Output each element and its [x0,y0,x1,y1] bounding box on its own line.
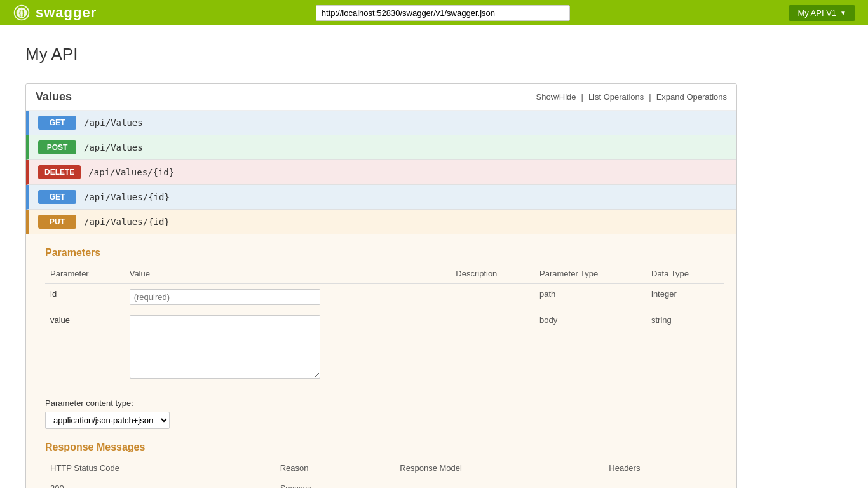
param-description-id [451,284,534,311]
col-header-parameter: Parameter [45,266,125,284]
method-badge-get-1: GET [38,116,76,130]
response-headers-200 [604,478,724,489]
endpoint-path-put: /api/Values/{id} [84,217,170,227]
response-col-reason: Reason [275,461,395,478]
values-section: Values Show/Hide | List Operations | Exp… [25,83,737,488]
col-header-data-type: Data Type [646,266,724,284]
param-input-id[interactable] [130,289,320,305]
param-name-id: id [45,284,125,311]
method-badge-get-2: GET [38,190,76,204]
content-type-select[interactable]: application/json-patch+json application/… [45,412,170,429]
endpoint-get-values[interactable]: GET /api/Values [26,111,736,135]
param-name-value: value [45,310,125,386]
param-description-value [451,310,534,386]
param-value-id[interactable] [125,284,451,311]
response-col-model: Response Model [395,461,604,478]
col-header-parameter-type: Parameter Type [534,266,646,284]
param-type-value: body [534,310,646,386]
put-expanded-panel: Parameters Parameter Value Description P… [26,234,736,488]
response-status-200: 200 [45,478,275,489]
response-model-200 [395,478,604,489]
endpoint-post-values[interactable]: POST /api/Values [26,135,736,160]
table-row-value: value body string [45,310,724,386]
expand-operations-link[interactable]: Expand Operations [656,92,727,102]
response-reason-200: Success [275,478,395,489]
chevron-down-icon: ▼ [840,10,846,17]
param-value-value[interactable] [125,310,451,386]
param-type-id: path [534,284,646,311]
table-row-id: id path integer [45,284,724,311]
method-badge-delete: DELETE [38,165,81,179]
method-badge-put: PUT [38,215,76,229]
endpoint-get-values-id[interactable]: GET /api/Values/{id} [26,185,736,210]
show-hide-link[interactable]: Show/Hide [536,92,576,102]
svg-text:{}: {} [18,8,25,17]
col-header-value: Value [125,266,451,284]
endpoint-path-post: /api/Values [84,142,143,152]
content-type-label: Parameter content type: [45,398,724,408]
main-content: My API Values Show/Hide | List Operation… [0,25,763,488]
swagger-logo-icon: {} [13,4,31,22]
param-datatype-id: integer [646,284,724,311]
header-left: {} swagger [13,4,97,22]
values-section-actions: Show/Hide | List Operations | Expand Ope… [536,92,727,102]
parameters-section-title: Parameters [45,247,724,259]
values-section-title: Values [36,90,72,104]
param-textarea-value[interactable] [130,315,320,379]
response-col-headers: Headers [604,461,724,478]
list-operations-link[interactable]: List Operations [588,92,644,102]
endpoint-delete-values-id[interactable]: DELETE /api/Values/{id} [26,160,736,185]
endpoint-path-get-1: /api/Values [84,118,143,128]
response-messages-table: HTTP Status Code Reason Response Model H… [45,461,724,488]
response-messages-title: Response Messages [45,442,724,453]
endpoint-path-get-2: /api/Values/{id} [84,192,170,202]
divider-1: | [581,92,583,102]
url-input[interactable] [316,5,570,21]
divider-2: | [649,92,651,102]
param-datatype-value: string [646,310,724,386]
response-col-status: HTTP Status Code [45,461,275,478]
endpoint-path-delete: /api/Values/{id} [88,167,174,177]
parameters-table: Parameter Value Description Parameter Ty… [45,266,724,386]
col-header-description: Description [451,266,534,284]
api-version-label: My API V1 [797,8,836,18]
method-badge-post: POST [38,140,76,154]
content-type-container: Parameter content type: application/json… [45,398,724,429]
page-title: My API [25,44,737,64]
header-brand: swagger [36,4,97,21]
endpoint-put-values-id[interactable]: PUT /api/Values/{id} [26,210,736,234]
response-row-200: 200 Success [45,478,724,489]
api-version-button[interactable]: My API V1 ▼ [789,5,855,21]
values-section-header: Values Show/Hide | List Operations | Exp… [26,84,736,111]
header: {} swagger My API V1 ▼ [0,0,868,25]
